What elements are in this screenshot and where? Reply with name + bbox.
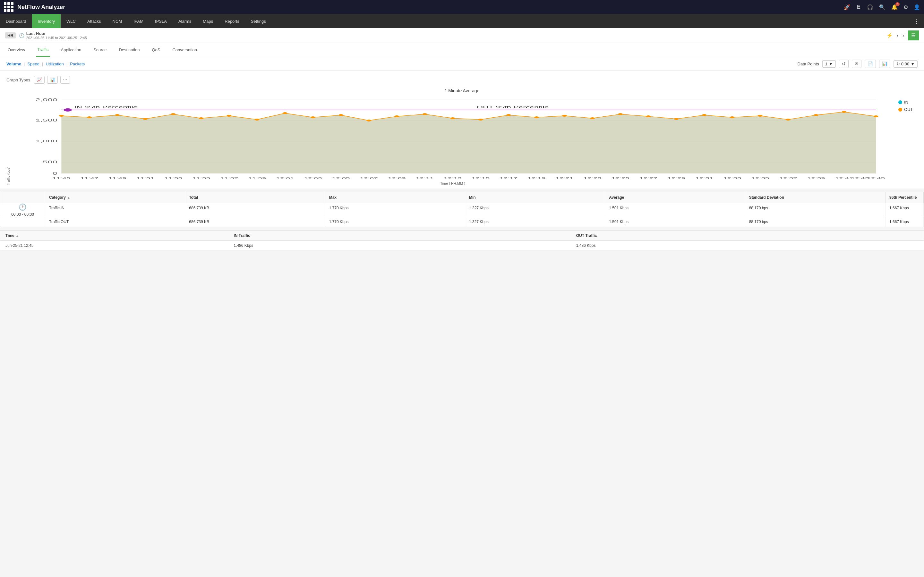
- graph-type-bar[interactable]: 📊: [47, 76, 58, 84]
- tab-traffic[interactable]: Traffic: [36, 43, 50, 57]
- monitor-icon[interactable]: 🖥: [856, 4, 861, 10]
- y-axis-label: Traffic (bps): [6, 97, 10, 185]
- tab-conversation[interactable]: Conversation: [171, 43, 198, 57]
- hr-time-info: 🕐 Last Hour 2021-06-25 11:45 to 2021-06-…: [19, 31, 87, 40]
- time-td-out-0: 1.486 Kbps: [576, 243, 919, 248]
- th-max: Max: [325, 192, 465, 203]
- chart-inner: 0 500 1,000 1,500 2,000: [13, 97, 892, 185]
- graph-types: Graph Types 📈 📊 ⋯: [6, 76, 918, 84]
- svg-point-26: [506, 114, 511, 116]
- svg-text:11:51: 11:51: [136, 177, 154, 180]
- td-avg-0: 1.501 Kbps: [605, 203, 745, 217]
- chart-legend: IN OUT: [895, 97, 918, 185]
- timer-text: 00:00 - 00:00: [11, 212, 34, 217]
- user-icon[interactable]: 👤: [914, 4, 920, 10]
- legend-in-label: IN: [904, 100, 908, 105]
- svg-point-11: [87, 116, 92, 118]
- bell-icon[interactable]: 🔔 3: [891, 4, 898, 10]
- metric-speed[interactable]: Speed: [27, 61, 39, 66]
- main-chart-svg: 0 500 1,000 1,500 2,000: [13, 97, 892, 180]
- nav-item-ipam[interactable]: IPAM: [128, 14, 149, 28]
- tab-destination[interactable]: Destination: [118, 43, 141, 57]
- nav-item-settings[interactable]: Settings: [245, 14, 272, 28]
- alert-settings-icon[interactable]: ⚡: [887, 32, 893, 39]
- pdf-button[interactable]: 📄: [865, 60, 876, 68]
- nav-item-wlc[interactable]: WLC: [61, 14, 81, 28]
- legend-out: OUT: [898, 107, 918, 112]
- nav-item-dashboard[interactable]: Dashboard: [0, 14, 32, 28]
- metric-utilization[interactable]: Utilization: [45, 61, 63, 66]
- svg-text:12:13: 12:13: [444, 177, 462, 180]
- svg-text:11:49: 11:49: [108, 177, 126, 180]
- menu-toggle-button[interactable]: ☰: [908, 31, 919, 40]
- graph-type-area[interactable]: 📈: [34, 76, 45, 84]
- prev-icon[interactable]: ‹: [897, 33, 898, 39]
- nav-item-alarms[interactable]: Alarms: [173, 14, 197, 28]
- summary-table-cols: Category ▲ Total Max Min Average Standar…: [45, 192, 885, 203]
- svg-text:2,000: 2,000: [35, 98, 57, 102]
- tab-qos[interactable]: QoS: [150, 43, 162, 57]
- hr-badge: HR: [5, 32, 16, 39]
- headset-icon[interactable]: 🎧: [867, 4, 873, 10]
- sort-icon[interactable]: ▲: [67, 196, 70, 199]
- tab-overview[interactable]: Overview: [6, 43, 26, 57]
- svg-point-12: [115, 114, 120, 116]
- svg-point-38: [842, 111, 846, 113]
- svg-text:12:07: 12:07: [360, 177, 378, 180]
- td-max-0: 1.770 Kbps: [325, 203, 465, 217]
- svg-point-33: [702, 114, 707, 116]
- svg-text:11:45: 11:45: [52, 177, 70, 180]
- nav-item-maps[interactable]: Maps: [197, 14, 219, 28]
- nav-item-ncm[interactable]: NCM: [107, 14, 128, 28]
- svg-text:12:11: 12:11: [416, 177, 434, 180]
- svg-text:12:31: 12:31: [695, 177, 713, 180]
- nav-item-attacks[interactable]: Attacks: [81, 14, 107, 28]
- legend-in-dot: [898, 100, 902, 104]
- svg-point-21: [367, 119, 371, 121]
- refresh-button[interactable]: ↺: [839, 60, 849, 68]
- tab-source[interactable]: Source: [92, 43, 108, 57]
- time-th-in: IN Traffic: [234, 234, 576, 238]
- hr-time-label: Last Hour: [26, 31, 87, 36]
- tab-application[interactable]: Application: [60, 43, 83, 57]
- svg-text:11:47: 11:47: [80, 177, 98, 180]
- svg-point-25: [478, 119, 483, 121]
- svg-text:12:01: 12:01: [276, 177, 294, 180]
- nav-item-ipsla[interactable]: IPSLA: [149, 14, 173, 28]
- graph-type-scatter[interactable]: ⋯: [60, 76, 70, 84]
- time-select[interactable]: ↻ 0:00 ▼: [893, 60, 918, 68]
- svg-point-32: [674, 118, 678, 120]
- export-button[interactable]: 📊: [879, 60, 890, 68]
- chart-section: Graph Types 📈 📊 ⋯ 1 Minute Average Traff…: [0, 71, 924, 189]
- svg-text:11:59: 11:59: [248, 177, 266, 180]
- data-points-select[interactable]: 1 ▼: [822, 60, 836, 68]
- nav-more-icon[interactable]: ⋮: [909, 18, 924, 25]
- th-average: Average: [605, 192, 745, 203]
- th-min: Min: [465, 192, 605, 203]
- time-sort-icon[interactable]: ▲: [16, 234, 19, 237]
- metric-volume[interactable]: Volume: [6, 61, 21, 66]
- summary-row-1: Traffic OUT 686.739 KB 1.770 Kbps 1.327 …: [0, 217, 924, 227]
- svg-text:12:43: 12:43: [851, 177, 869, 180]
- th-percentile: 95th Percentile: [885, 192, 924, 203]
- rocket-icon[interactable]: 🚀: [844, 4, 850, 10]
- time-th-time: Time ▲: [5, 234, 234, 238]
- nav-item-inventory[interactable]: Inventory: [32, 14, 61, 28]
- svg-point-10: [59, 115, 64, 117]
- svg-text:IN 95th Percentile: IN 95th Percentile: [74, 105, 137, 109]
- x-axis-label: Time ( HH:MM ): [13, 181, 892, 185]
- summary-data-cols-1: Traffic OUT 686.739 KB 1.770 Kbps 1.327 …: [45, 217, 885, 227]
- svg-text:0: 0: [53, 171, 57, 175]
- email-button[interactable]: ✉: [852, 60, 861, 68]
- metric-packets[interactable]: Packets: [70, 61, 85, 66]
- svg-point-24: [451, 117, 455, 119]
- nav-item-reports[interactable]: Reports: [219, 14, 245, 28]
- search-icon[interactable]: 🔍: [879, 4, 885, 10]
- svg-point-42: [64, 108, 72, 111]
- time-th-out: OUT Traffic: [576, 234, 919, 238]
- summary-table-header: Category ▲ Total Max Min Average Standar…: [0, 192, 924, 203]
- th-category: Category ▲: [45, 192, 185, 203]
- gear-icon[interactable]: ⚙: [903, 4, 908, 10]
- next-icon[interactable]: ›: [903, 33, 904, 39]
- svg-text:12:45: 12:45: [867, 177, 885, 180]
